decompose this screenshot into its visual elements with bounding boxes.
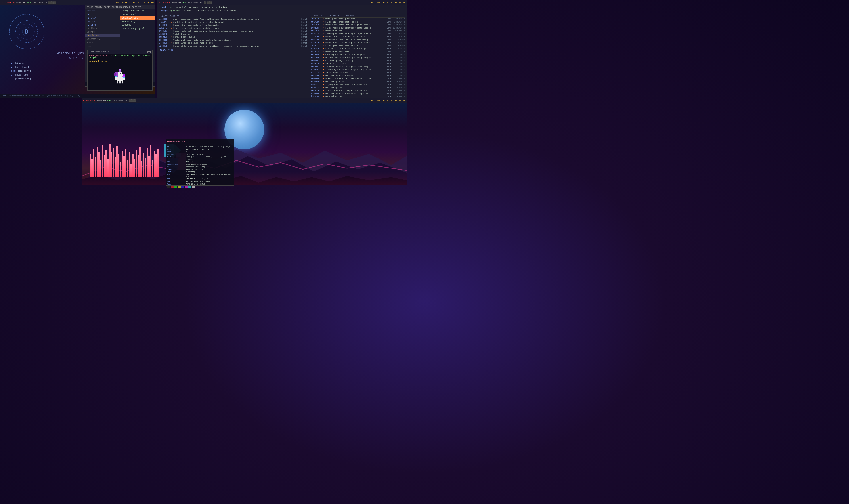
sb-num1-left: 1% (44, 2, 47, 4)
neofetch-window: emmet@snowflare ────────────── OS: NixOS… (166, 139, 234, 186)
neofetch-gpu2: GPU: AMD ATI Radeon RX 6800M (167, 180, 233, 183)
log-commit-e0117f2: e0117f2 ● Improved comment on agenda syn… (311, 66, 405, 69)
vis-bar-30 (141, 161, 142, 177)
pokemon-command: emmet@snowflare :~$ pokemon-colorscripts… (88, 54, 152, 60)
fb-file-readme2[interactable]: README.org (121, 20, 155, 23)
neofetch-icons: Icons: alacritty (167, 170, 233, 173)
log-commit-45b130: 45b130 ● Fixes qemu user session uefi Em… (311, 44, 405, 48)
sb-cpu-left: 59% (26, 1, 31, 4)
log-commit-e4e563c: e4e563c ● Updated uwunicorn theme wallpa… (311, 92, 405, 95)
neofetch-host: Host: ASUS COMPUTER INC. G513QY (167, 148, 233, 150)
sb-mem1-left: 10% (32, 2, 36, 4)
fb-path: /home/emmet/.dotfiles/themes/uwunicorn-y… (87, 6, 141, 8)
vis-bar-21 (125, 149, 126, 177)
youtube-icon-right: ▶ (159, 1, 160, 4)
sb-mem2-left: 100% (38, 2, 43, 4)
cursor-bar (159, 52, 159, 55)
fb-file-polarity-sel[interactable]: polarity.txt (121, 16, 155, 20)
qute-menu-item-search[interactable]: [o] [Search] (9, 61, 33, 66)
svg-rect-29 (123, 77, 125, 78)
fb-file-bg1[interactable]: background1.txt (121, 13, 155, 16)
vis-bar-12 (109, 144, 111, 177)
log-commit-8e4e530: 8e4e530 ● Transitioned to flatpak obs fo… (311, 89, 405, 92)
log-commit-5a6b019: 5a6b019 ● Pinned embark and reorganized … (311, 57, 405, 60)
svg-text:Q: Q (24, 28, 28, 35)
recent-commits-label: Recent commits (159, 15, 307, 18)
vis-bar-14 (113, 148, 114, 177)
statusbar-top-left: ▶ Youtube 100% ■■ 59% 10% 100% 1% ⬛⬛⬛ Sa… (0, 0, 155, 5)
fb-file-bg256[interactable]: background256.txt (121, 9, 155, 13)
vis-bar-37 (153, 151, 155, 177)
vis-bar-2 (91, 159, 93, 177)
vis-bar-22 (127, 160, 128, 177)
neofetch-de: DE: Hyprland (Wayland) (167, 166, 233, 168)
vis-bar-34 (148, 156, 150, 177)
svg-rect-28 (115, 76, 117, 77)
color-magenta (185, 186, 188, 188)
vis-bar-36 (152, 160, 153, 177)
commit-ef0c58d: ef0c58d ● Switching back to gh as screen… (159, 21, 307, 24)
commit-2774c0b: 2774c0b ● Extra lines to ensure flakes w… (159, 42, 307, 45)
sb-time-left: Sat 2023-11-04 02:13:20 PM (115, 1, 153, 4)
pokemon-sprite (88, 63, 152, 90)
log-commit-5af930d: 5af930d ● Testing if auto-cpufreq is sys… (311, 33, 405, 36)
qute-statusbar: file:///home/emmet/.browser/Tech/config/… (0, 94, 155, 98)
neofetch-gpu1: GPU: AMD ATI Radeon Vega 8 (167, 178, 233, 180)
vis-bar-25 (132, 154, 133, 177)
vis-bar-35 (150, 145, 151, 177)
svg-point-11 (19, 24, 19, 24)
svg-rect-18 (114, 73, 116, 76)
vis-bar-23 (129, 152, 130, 177)
vis-bar-29 (139, 147, 141, 177)
statusbar-top-right: ▶ Youtube 100% ■■ 59% 10% 100% 1% ⬛⬛⬛ Sa… (157, 0, 407, 5)
neofetch-user: emmet@snowflare (167, 141, 185, 143)
sb-icons-left: ⬛⬛⬛ (48, 1, 56, 4)
vis-bar-5 (97, 147, 98, 177)
youtube-label-right: Youtube (161, 2, 170, 4)
fb-file-yaml[interactable]: uwunicorn-yt.yaml (121, 27, 155, 30)
statusbar-bottom: ▶ Youtube 100% ■■ 49% 10% 100% 1% ⬛⬛⬛ Sa… (82, 98, 407, 103)
qute-menu-item-quickmarks[interactable]: [b] [Quickmarks] (9, 66, 33, 69)
qute-menu-item-newtab[interactable]: [t] [New tab] (9, 73, 33, 77)
neofetch-memory: Memory: 7676MiB / 62188MiB (167, 183, 233, 185)
commit-log-list: 49c1830 ● main gitea/main github/ma Emme… (311, 18, 405, 98)
color-white (192, 186, 195, 188)
log-commit-cefd230: cefd230 ● Updated uwunicorn theme Emmet … (311, 74, 405, 77)
qute-menu-item-closetab[interactable]: [x] [Close tab] (9, 77, 33, 81)
vis-bar-10 (106, 150, 107, 177)
youtube-label-left: Youtube (4, 1, 15, 4)
youtube-icon-bottom: ▶ (83, 99, 85, 102)
fb-file-license[interactable]: LICENSE (121, 23, 155, 27)
fb-header: /home/emmet/.dotfiles/themes/uwunicorn-y… (85, 5, 155, 9)
svg-point-10 (19, 39, 19, 40)
svg-point-7 (15, 31, 16, 32)
log-commit-a2650a0: a2650a0 ● Reverted to original uwunicorn… (311, 39, 405, 42)
neofetch-os: OS: NixOS 23.11.20231102.fa898a4 (Tapir)… (167, 146, 233, 148)
qute-menu-item-history[interactable]: [S h] [History] (9, 69, 33, 73)
commit-8700c8b: 8700c8b ● Fixes flake not building when … (159, 30, 307, 33)
vis-bar-20 (123, 156, 125, 177)
log-commit-c1e7253: c1e7253 ● I finally got agenda + syncthi… (311, 69, 405, 72)
git-log-panel: Commits in --branches --remotes 49c1830 … (309, 13, 407, 98)
svg-point-5 (37, 31, 38, 32)
vis-bar-33 (147, 148, 148, 177)
log-commit-49c1830: 49c1830 ● main gitea/main github/ma Emme… (311, 18, 405, 21)
pokemon-sprite-svg (110, 66, 130, 86)
sb-time-bottom: Sat 2023-11-04 02:13:20 PM (371, 100, 405, 102)
vis-bar-3 (93, 149, 94, 177)
emacs-body: Recent commits dee0888 ● main gitea/main… (157, 13, 407, 98)
svg-rect-16 (119, 70, 121, 72)
log-commit-b3c7da4: b3c7da4 ● Updated system Emmet 3 weeks (311, 95, 405, 98)
qute-circle-logo: Q (9, 14, 44, 49)
commit-a950d6b: a950d6b ● Removed some bloat Emmet (159, 36, 307, 39)
vis-bar-24 (130, 164, 132, 177)
svg-point-8 (34, 24, 35, 24)
svg-rect-20 (123, 74, 125, 76)
vis-bar-31 (143, 153, 144, 177)
log-commit-b8d0040: b8d0040 ● Updated pyrpland Emmet 2 weeks (311, 80, 405, 84)
commit-dee0888: dee0888 ● main gitea/main gitlab/main gi… (159, 18, 307, 21)
log-commit-5a94da4: 5a94da4 ● Updated system Emmet 2 weeks (311, 86, 405, 90)
svg-rect-19 (122, 76, 125, 77)
pokemon-statusbar: ● emmet@snowflare:~ ▐▀▀▌ (88, 50, 152, 54)
git-recent-commits-panel: Recent commits dee0888 ● main gitea/main… (157, 13, 309, 98)
